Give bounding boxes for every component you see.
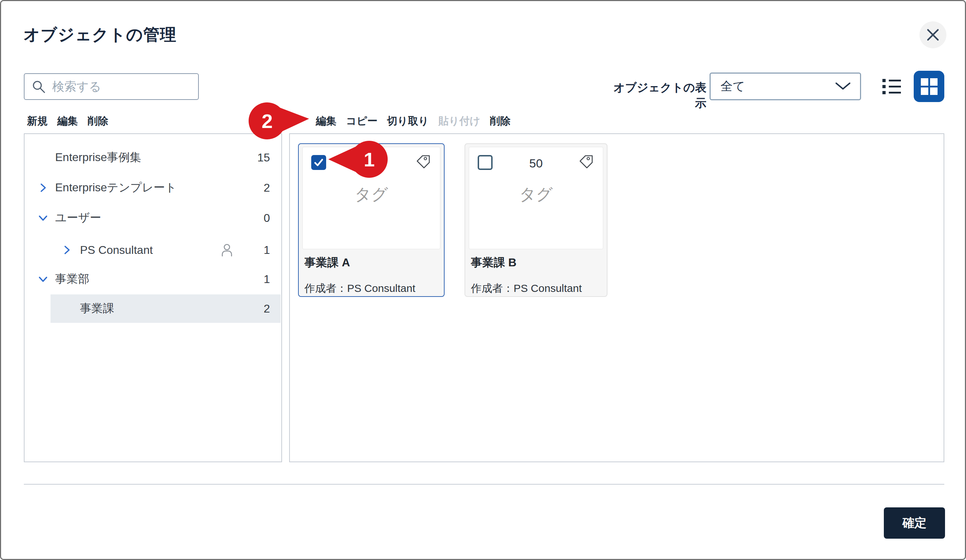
list-view-button[interactable] [882,79,901,94]
tree-item-business-section[interactable]: 事業課 2 [51,294,281,323]
object-copy-button[interactable]: コピー [346,114,377,128]
object-delete-button[interactable]: 削除 [490,114,510,128]
chevron-right-icon[interactable] [62,245,71,255]
chevron-down-icon[interactable] [38,213,48,223]
tag-placeholder-text: タグ [303,184,440,205]
annotation-step-1: 1 [328,140,389,178]
tree-item-count: 2 [264,181,270,194]
folder-tree-panel: Enterprise事例集 15 Enterpriseテンプレート 2 ユーザー… [24,133,282,462]
page-title: オブジェクトの管理 [23,24,177,46]
tree-item-label: Enterpriseテンプレート [55,180,177,195]
dropdown-value: 全て [721,78,745,95]
tree-item-label: ユーザー [55,210,101,226]
card-creator: 作成者：PS Consultant [304,281,416,296]
chevron-down-icon[interactable] [38,274,48,284]
close-icon [926,28,940,42]
object-cut-button[interactable]: 切り取り [387,114,429,128]
annotation-number: 1 [351,140,388,178]
card-creator: 作成者：PS Consultant [471,281,582,296]
grid-view-icon [921,78,938,95]
grid-view-button[interactable] [914,71,944,102]
tree-item-ps-consultant[interactable]: PS Consultant 1 [25,236,281,264]
search-icon [32,80,46,94]
object-card-b[interactable]: 50 タグ 事業課 B 作成者：PS Consultant [465,143,608,297]
tree-item-enterprise-template[interactable]: Enterpriseテンプレート 2 [25,174,281,202]
confirm-button[interactable]: 確定 [884,507,945,539]
object-edit-button[interactable]: 編集 [316,114,337,128]
close-button[interactable] [919,21,946,48]
tree-new-button[interactable]: 新規 [27,114,48,128]
tree-item-enterprise-cases[interactable]: Enterprise事例集 15 [25,143,281,172]
footer-divider [24,484,944,484]
search-input[interactable] [52,79,188,94]
list-view-icon [882,79,901,82]
tree-item-label: PS Consultant [80,243,153,257]
card-preview: 50 タグ [469,147,603,249]
tree-edit-button[interactable]: 編集 [57,114,78,128]
tree-item-count: 0 [264,212,270,225]
object-paste-button: 貼り付け [439,114,480,128]
tree-item-label: 事業課 [80,301,114,317]
annotation-number: 2 [249,102,286,140]
tree-item-label: 事業部 [55,271,89,287]
tree-item-users[interactable]: ユーザー 0 [25,204,281,232]
tag-placeholder-text: タグ [469,184,603,205]
annotation-step-2: 2 [247,102,310,140]
card-a-checkbox[interactable] [311,155,326,170]
chevron-down-icon [835,82,851,91]
tree-item-count: 1 [264,243,270,257]
chevron-right-icon[interactable] [38,183,48,192]
tree-item-count: 15 [257,151,270,164]
tree-item-business-division[interactable]: 事業部 1 [25,265,281,293]
tree-toolbar: 新規 編集 削除 [27,114,108,128]
object-management-dialog: オブジェクトの管理 オブジェクトの表示 全て 新規 編集 削除 編 [0,0,966,560]
person-icon [221,243,233,257]
tree-item-count: 2 [264,302,270,315]
tag-icon[interactable] [415,154,431,170]
object-grid-panel: タグ 事業課 A 作成者：PS Consultant 50 タグ 事業課 B 作… [289,133,944,462]
card-title: 事業課 A [304,255,350,271]
tree-item-label: Enterprise事例集 [55,150,141,165]
tree-delete-button[interactable]: 削除 [87,114,108,128]
object-display-label: オブジェクトの表示 [603,80,706,111]
card-title: 事業課 B [471,255,516,271]
tree-item-count: 1 [264,273,270,286]
tag-icon[interactable] [578,154,594,170]
search-box[interactable] [24,73,199,100]
check-icon [313,157,324,168]
object-display-dropdown[interactable]: 全て [710,72,861,100]
object-toolbar: 編集 コピー 切り取り 貼り付け 削除 [316,114,510,128]
